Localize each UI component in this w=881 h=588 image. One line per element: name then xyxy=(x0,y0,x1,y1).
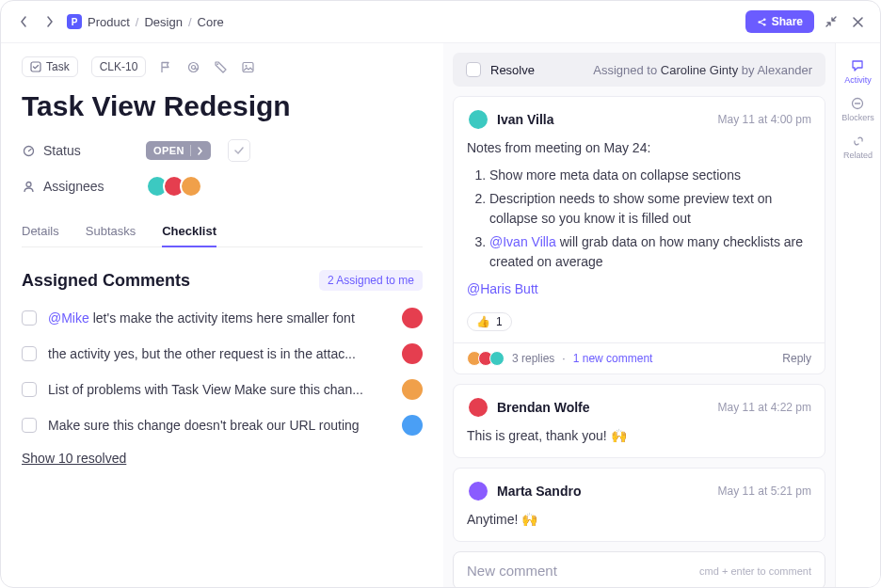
status-complete-checkbox[interactable] xyxy=(228,139,250,162)
comment-text: the activity yes, but the other request … xyxy=(48,346,391,361)
timestamp: May 11 at 4:22 pm xyxy=(718,401,811,414)
composer-hint: cmd + enter to comment xyxy=(699,565,811,577)
avatar[interactable] xyxy=(402,308,423,328)
task-title: Task View Redesign xyxy=(22,90,423,122)
status-icon xyxy=(22,144,36,158)
image-icon[interactable] xyxy=(241,60,255,74)
avatar[interactable] xyxy=(180,175,202,198)
comment-row[interactable]: the activity yes, but the other request … xyxy=(22,343,423,364)
close-icon[interactable] xyxy=(848,16,867,28)
comment-body: Notes from meeting on May 24: Show more … xyxy=(467,138,811,299)
share-button[interactable]: Share xyxy=(745,10,814,33)
crumb-2[interactable]: Core xyxy=(198,15,224,29)
tab-details[interactable]: Details xyxy=(22,216,59,247)
crumb-1[interactable]: Design xyxy=(144,15,182,29)
mention-icon[interactable] xyxy=(186,60,200,74)
resolve-assigned: Assigned to Caroline Ginty by Alexander xyxy=(593,63,812,77)
rail-activity[interactable]: Activity xyxy=(844,55,872,88)
resolve-bar: Resolve Assigned to Caroline Ginty by Al… xyxy=(453,53,825,87)
check-square-icon xyxy=(30,61,41,72)
checkbox[interactable] xyxy=(22,382,37,397)
reply-avatars xyxy=(467,351,505,366)
status-pill[interactable]: OPEN xyxy=(146,141,211,160)
task-type-chip[interactable]: Task xyxy=(22,56,78,77)
avatar[interactable] xyxy=(402,415,423,436)
assignees-label: Assignees xyxy=(43,179,104,194)
person-icon xyxy=(22,180,36,194)
assigned-count-badge[interactable]: 2 Assigned to me xyxy=(319,270,423,291)
workspace-badge: P xyxy=(67,14,82,29)
comment-thread: Marta Sandro May 11 at 5:21 pm Anytime! … xyxy=(453,468,825,542)
comment-thread: Ivan Villa May 11 at 4:00 pm Notes from … xyxy=(453,96,825,374)
related-icon xyxy=(851,134,866,149)
timestamp: May 11 at 5:21 pm xyxy=(718,485,811,498)
replies-count[interactable]: 3 replies xyxy=(512,352,554,365)
avatar[interactable] xyxy=(467,108,489,131)
minimize-icon[interactable] xyxy=(822,15,841,28)
comment-thread: Brendan Wolfe May 11 at 4:22 pm This is … xyxy=(453,384,825,458)
rail-blockers[interactable]: Blockers xyxy=(841,92,874,126)
task-id-chip[interactable]: CLK-10 xyxy=(91,56,147,77)
blocker-icon xyxy=(850,96,865,111)
tag-icon[interactable] xyxy=(214,60,228,74)
assignee-avatars[interactable] xyxy=(146,175,202,198)
comment-composer[interactable]: New comment cmd + enter to comment xyxy=(453,551,825,588)
author-name: Ivan Villa xyxy=(497,112,553,127)
avatar[interactable] xyxy=(467,396,489,419)
reaction-pill[interactable]: 👍 1 xyxy=(467,312,512,331)
tab-subtasks[interactable]: Subtasks xyxy=(86,216,136,247)
checkbox[interactable] xyxy=(22,346,37,361)
comment-row[interactable]: Make sure this change doesn't break our … xyxy=(22,415,423,436)
comment-text: @Mike let's make the activity items here… xyxy=(48,310,391,326)
checkbox[interactable] xyxy=(22,418,37,433)
svg-point-8 xyxy=(246,65,248,67)
new-comment-indicator[interactable]: 1 new comment xyxy=(573,352,653,365)
timestamp: May 11 at 4:00 pm xyxy=(718,113,811,126)
avatar[interactable] xyxy=(402,343,423,364)
assigned-comments-title: Assigned Comments xyxy=(22,271,190,291)
composer-placeholder: New comment xyxy=(467,563,557,579)
status-label: Status xyxy=(43,143,81,158)
chevron-right-icon xyxy=(197,147,203,155)
avatar[interactable] xyxy=(467,480,489,502)
crumb-0[interactable]: Product xyxy=(88,15,130,29)
share-icon xyxy=(757,17,767,27)
svg-rect-3 xyxy=(31,62,40,72)
comment-row[interactable]: @Mike let's make the activity items here… xyxy=(22,308,423,328)
tab-checklist[interactable]: Checklist xyxy=(162,216,216,247)
checkbox[interactable] xyxy=(22,310,37,326)
nav-back[interactable] xyxy=(14,12,33,31)
svg-point-6 xyxy=(217,63,219,65)
avatar[interactable] xyxy=(402,379,423,400)
chat-icon xyxy=(850,58,865,73)
comment-body: Anytime! 🙌 xyxy=(467,510,811,530)
comment-row[interactable]: List of problems with Task View Make sur… xyxy=(22,379,423,400)
resolve-checkbox[interactable] xyxy=(466,62,481,77)
show-resolved-link[interactable]: Show 10 resolved xyxy=(22,451,423,466)
comment-text: Make sure this change doesn't break our … xyxy=(48,418,391,433)
svg-point-5 xyxy=(192,65,196,69)
rail-related[interactable]: Related xyxy=(843,130,873,164)
svg-point-4 xyxy=(189,62,199,72)
resolve-label: Resolve xyxy=(490,63,535,77)
breadcrumb[interactable]: P Product / Design / Core xyxy=(67,14,224,29)
comment-body: This is great, thank you! 🙌 xyxy=(467,426,811,446)
reply-button[interactable]: Reply xyxy=(782,352,811,365)
nav-forward[interactable] xyxy=(40,12,59,31)
flag-icon[interactable] xyxy=(159,60,173,74)
author-name: Brendan Wolfe xyxy=(497,400,590,415)
author-name: Marta Sandro xyxy=(497,484,581,499)
comment-text: List of problems with Task View Make sur… xyxy=(48,382,391,397)
svg-point-10 xyxy=(26,182,31,186)
